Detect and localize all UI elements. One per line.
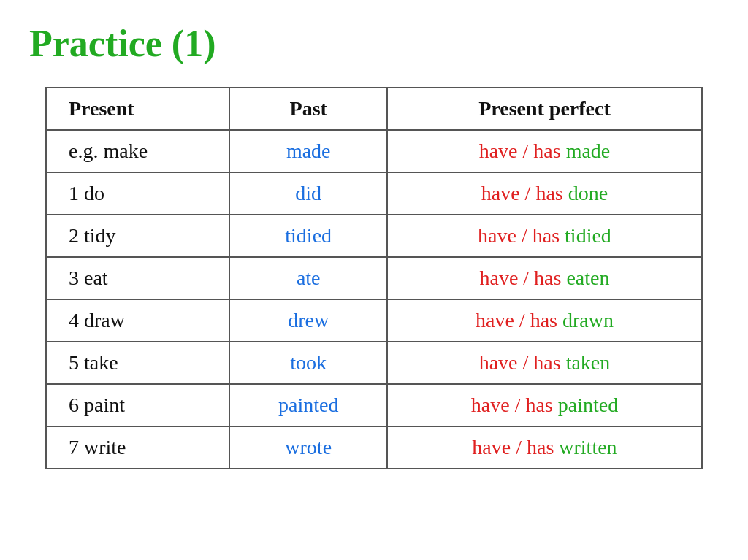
past-participle: written <box>559 436 617 459</box>
have-has-label: have / has <box>481 182 568 204</box>
table-row: 7 writewrotehave / has written <box>46 426 702 469</box>
cell-past: did <box>229 172 387 215</box>
past-participle: tidied <box>565 224 611 247</box>
table-wrapper: Present Past Present perfect e.g. makema… <box>45 87 703 469</box>
cell-present: 2 tidy <box>46 215 229 257</box>
have-has-label: have / has <box>472 436 559 459</box>
cell-past: drew <box>229 299 387 342</box>
header-present: Present <box>46 88 229 130</box>
table-row: 1 dodidhave / has done <box>46 172 702 215</box>
table-row: 3 eatatehave / has eaten <box>46 257 702 299</box>
verb-table: Present Past Present perfect e.g. makema… <box>45 87 703 469</box>
table-row: 6 paintpaintedhave / has painted <box>46 384 702 426</box>
cell-present: 1 do <box>46 172 229 215</box>
past-participle: made <box>566 139 611 162</box>
cell-past: painted <box>229 384 387 426</box>
past-participle: taken <box>566 351 611 374</box>
cell-perfect: have / has drawn <box>387 299 702 342</box>
table-row: 4 drawdrewhave / has drawn <box>46 299 702 342</box>
have-has-label: have / has <box>471 394 558 416</box>
cell-past: took <box>229 342 387 384</box>
have-has-label: have / has <box>479 351 566 374</box>
cell-present: 4 draw <box>46 299 229 342</box>
have-has-label: have / has <box>479 266 566 289</box>
cell-past: made <box>229 130 387 172</box>
table-row: 5 taketookhave / has taken <box>46 342 702 384</box>
header-past: Past <box>229 88 387 130</box>
header-perfect: Present perfect <box>387 88 702 130</box>
cell-perfect: have / has taken <box>387 342 702 384</box>
cell-present: 7 write <box>46 426 229 469</box>
past-participle: eaten <box>566 266 609 289</box>
cell-perfect: have / has eaten <box>387 257 702 299</box>
cell-perfect: have / has done <box>387 172 702 215</box>
table-row: 2 tidytidiedhave / has tidied <box>46 215 702 257</box>
table-header-row: Present Past Present perfect <box>46 88 702 130</box>
past-participle: painted <box>558 394 618 416</box>
cell-past: ate <box>229 257 387 299</box>
cell-perfect: have / has painted <box>387 384 702 426</box>
cell-perfect: have / has made <box>387 130 702 172</box>
past-participle: drawn <box>562 309 614 331</box>
past-participle: done <box>568 182 608 204</box>
table-row: e.g. makemadehave / has made <box>46 130 702 172</box>
cell-perfect: have / has tidied <box>387 215 702 257</box>
cell-past: tidied <box>229 215 387 257</box>
cell-present: e.g. make <box>46 130 229 172</box>
have-has-label: have / has <box>476 309 562 331</box>
cell-present: 3 eat <box>46 257 229 299</box>
cell-past: wrote <box>229 426 387 469</box>
cell-present: 6 paint <box>46 384 229 426</box>
cell-present: 5 take <box>46 342 229 384</box>
cell-perfect: have / has written <box>387 426 702 469</box>
have-has-label: have / has <box>479 139 566 162</box>
have-has-label: have / has <box>478 224 565 247</box>
page-title: Practice (1) <box>29 15 719 65</box>
